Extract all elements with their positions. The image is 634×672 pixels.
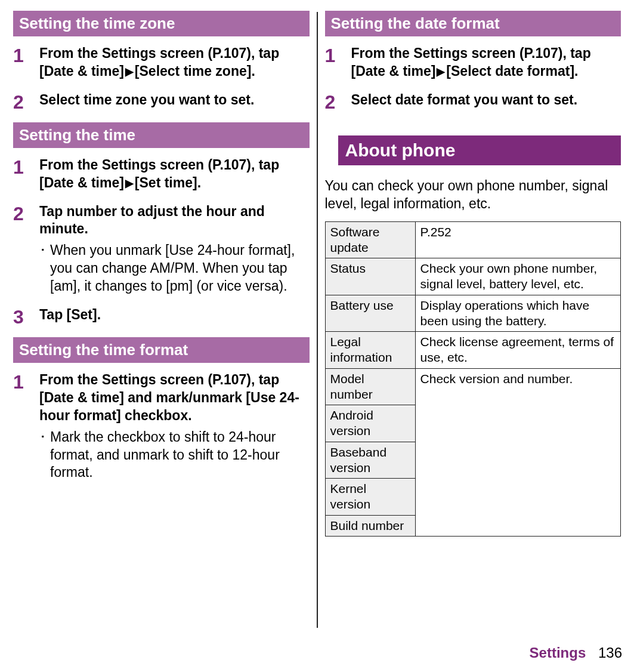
left-column: Setting the time zone 1 From the Setting… [6, 7, 317, 633]
table-row: Legal information Check license agreemen… [325, 332, 621, 369]
table-desc: Check version and number. [415, 368, 620, 536]
step-number: 2 [13, 203, 39, 295]
step-number: 2 [325, 91, 351, 112]
step: 1 From the Settings screen (P.107), tap … [13, 371, 310, 482]
bullet-dot-icon: ･ [39, 242, 50, 295]
step-number: 2 [13, 91, 39, 112]
arrow-icon: ▶ [124, 177, 135, 190]
heading-time-format: Setting the time format [13, 337, 310, 363]
table-row: Software update P.252 [325, 221, 621, 258]
step: 2 Select date format you want to set. [325, 91, 621, 112]
step-body: Tap number to adjust the hour and minute… [39, 203, 310, 295]
step-text: From the Settings screen (P.107), tap [D… [39, 45, 279, 79]
step-number: 1 [13, 371, 39, 482]
table-label: Baseband version [325, 442, 415, 479]
bullet: ･ When you unmark [Use 24-hour format], … [39, 242, 310, 295]
table-desc: Check your own phone number, signal leve… [415, 258, 620, 295]
step-body: Select time zone you want to set. [39, 91, 310, 112]
step: 2 Select time zone you want to set. [13, 91, 310, 112]
step: 2 Tap number to adjust the hour and minu… [13, 203, 310, 295]
step-text-post: [Select date format]. [446, 63, 578, 79]
step-text: Select time zone you want to set. [39, 92, 254, 107]
intro-text: You can check your own phone number, sig… [325, 177, 621, 213]
heading-date-format: Setting the date format [325, 11, 621, 36]
page-content: Setting the time zone 1 From the Setting… [0, 0, 634, 633]
step-body: From the Settings screen (P.107), tap [D… [39, 156, 310, 192]
bullet-text: When you unmark [Use 24-hour format], yo… [50, 242, 310, 295]
table-label: Model number [325, 368, 415, 405]
step-body: From the Settings screen (P.107), tap [D… [351, 45, 621, 81]
step-body: From the Settings screen (P.107), tap [D… [39, 371, 310, 482]
step-body: Select date format you want to set. [351, 91, 621, 112]
table-label: Battery use [325, 295, 415, 332]
step-text: Tap number to adjust the hour and minute… [39, 204, 265, 237]
arrow-icon: ▶ [435, 65, 446, 79]
step-text: Tap [Set]. [39, 307, 101, 322]
heading-time-zone: Setting the time zone [13, 11, 310, 36]
right-column: Setting the date format 1 From the Setti… [318, 7, 629, 633]
table-label: Kernel version [325, 479, 415, 516]
bullet-text: Mark the checkbox to shift to 24-hour fo… [50, 429, 310, 482]
step-text-post: [Select time zone]. [135, 63, 255, 79]
step-number: 1 [325, 45, 351, 81]
step-text: Select date format you want to set. [351, 92, 578, 107]
step-number: 1 [13, 156, 39, 192]
table-label: Legal information [325, 332, 415, 369]
step: 3 Tap [Set]. [13, 306, 310, 326]
step: 1 From the Settings screen (P.107), tap … [13, 156, 310, 192]
table-row: Model number Check version and number. [325, 368, 621, 405]
step-text: From the Settings screen (P.107), tap [D… [351, 45, 591, 79]
step-number: 3 [13, 306, 39, 326]
table-label: Software update [325, 221, 415, 258]
step: 1 From the Settings screen (P.107), tap … [13, 45, 310, 81]
step-text: From the Settings screen (P.107), tap [D… [39, 372, 299, 423]
heading-about-phone: About phone [338, 135, 621, 165]
table-desc: Check license agreement, terms of use, e… [415, 332, 620, 369]
table-desc: P.252 [415, 221, 620, 258]
step-number: 1 [13, 45, 39, 81]
heading-time: Setting the time [13, 122, 310, 148]
step-body: Tap [Set]. [39, 306, 310, 326]
table-row: Battery use Display operations which hav… [325, 295, 621, 332]
footer: Settings 136 [530, 645, 622, 661]
table-label: Build number [325, 515, 415, 536]
arrow-icon: ▶ [124, 65, 135, 79]
page-number: 136 [598, 645, 622, 661]
step-text: From the Settings screen (P.107), tap [D… [39, 157, 279, 190]
table-row: Status Check your own phone number, sign… [325, 258, 621, 295]
bullet: ･ Mark the checkbox to shift to 24-hour … [39, 429, 310, 482]
step: 1 From the Settings screen (P.107), tap … [325, 45, 621, 81]
table-label: Status [325, 258, 415, 295]
table-label: Android version [325, 405, 415, 442]
about-phone-table: Software update P.252 Status Check your … [325, 221, 621, 537]
step-body: From the Settings screen (P.107), tap [D… [39, 45, 310, 81]
step-text-post: [Set time]. [135, 175, 201, 190]
table-desc: Display operations which have been using… [415, 295, 620, 332]
chapter-label: Settings [530, 645, 586, 661]
bullet-dot-icon: ･ [39, 429, 50, 482]
